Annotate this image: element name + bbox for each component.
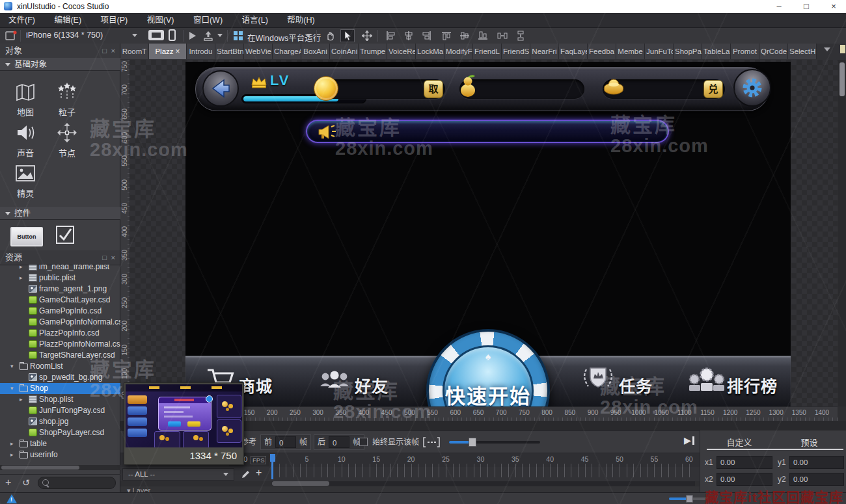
tab-FaqLaye[interactable]: FaqLaye [559, 44, 588, 59]
tab-TableLa[interactable]: TableLa [702, 44, 731, 59]
collapse-arrow-icon[interactable]: ▾ [10, 361, 14, 372]
always-show-checkbox[interactable] [359, 438, 368, 446]
add-resource-button[interactable]: + [5, 477, 11, 488]
align-center-horizontal-icon[interactable] [403, 31, 414, 41]
playhead[interactable] [270, 454, 275, 462]
tab-FriendS[interactable]: FriendS [502, 44, 530, 59]
layer-filter-dropdown[interactable]: -- ALL -- [122, 468, 234, 481]
tab-NearFri[interactable]: NearFri [530, 44, 559, 59]
portrait-orientation-button[interactable] [169, 29, 176, 41]
close-panel-icon[interactable]: × [111, 250, 115, 265]
run-target-selector[interactable]: 在Windows平台运行 [247, 31, 321, 44]
tab-SelectH[interactable]: SelectH [788, 44, 817, 59]
tree-item-GamePopInfo.csd[interactable]: GamePopInfo.csd [0, 306, 120, 317]
tab-ModifyF[interactable]: ModifyF [444, 44, 473, 59]
tree-item-im_head_frame.plist[interactable]: ▸im_head_frame.plist [0, 265, 120, 272]
settings-button[interactable] [733, 69, 771, 107]
maximize-button[interactable]: □ [795, 0, 817, 13]
status-zoom-slider[interactable] [669, 497, 709, 500]
expand-arrow-icon[interactable]: ▸ [20, 394, 23, 405]
stage[interactable]: LV 取 兑 [185, 62, 791, 406]
timeline-hscrollbar[interactable] [272, 481, 695, 486]
tree-item-Shop.plist[interactable]: ▸Shop.plist [0, 394, 120, 405]
warning-icon[interactable] [7, 494, 17, 503]
tab-QrCode[interactable]: QrCode [759, 44, 788, 59]
play-preview-icon[interactable] [189, 32, 196, 40]
tab-Feedba[interactable]: Feedba [588, 44, 616, 59]
align-middle-vertical-icon[interactable] [459, 31, 470, 41]
field-y2-input[interactable]: 0.00 [789, 473, 844, 486]
claim-button[interactable]: 取 [424, 80, 443, 98]
timeline-ticks[interactable] [272, 467, 695, 477]
control-button-widget[interactable]: Button [10, 227, 43, 246]
tab-JunFuTo[interactable]: JunFuTo [645, 44, 674, 59]
control-checkbox-widget[interactable] [56, 226, 74, 244]
friends-label[interactable]: 好友 [355, 373, 389, 397]
field-x2-input[interactable]: 0.00 [716, 473, 772, 486]
after-frames-input[interactable]: 0 [329, 436, 349, 448]
zoom-timeline-slider[interactable] [449, 441, 540, 444]
canvas-viewport[interactable]: LV 取 兑 [130, 60, 838, 406]
device-selector[interactable]: iPhone 6(1334 * 750) [26, 31, 103, 40]
tree-item-frame_agent_1.png[interactable]: frame_agent_1.png [0, 284, 120, 295]
tree-item-shop.jpg[interactable]: shop.jpg [0, 416, 120, 427]
status-slider-thumb[interactable] [686, 495, 693, 503]
game-top-bar[interactable]: LV 取 兑 [195, 67, 769, 111]
align-bottom-icon[interactable] [478, 31, 488, 41]
object-sound[interactable]: 声音 [5, 122, 46, 159]
tab-Promot[interactable]: Promot [731, 44, 759, 59]
tab-overflow-icon[interactable] [824, 47, 830, 51]
slider-thumb[interactable] [469, 438, 476, 447]
tree-item-TargetShareLayer.csd[interactable]: TargetShareLayer.csd [0, 350, 120, 361]
close-button[interactable]: × [823, 0, 845, 13]
canvas-vscrollbar[interactable] [838, 60, 846, 406]
add-animation-button[interactable]: + [256, 467, 262, 479]
tab-ChargeA[interactable]: ChargeA [273, 44, 301, 59]
play-animation-button[interactable]: ▶ [684, 435, 694, 445]
expand-arrow-icon[interactable]: ▸ [10, 449, 14, 460]
tab-LockMa[interactable]: LockMa [416, 44, 444, 59]
publish-arrow-icon[interactable] [217, 34, 223, 37]
ranking-podium-icon[interactable] [688, 367, 726, 393]
device-selector-arrow-icon[interactable] [132, 34, 137, 37]
menu-view[interactable]: 视图(V) [139, 13, 183, 27]
ranking-label[interactable]: 排行榜 [727, 373, 778, 397]
tree-item-GameChatLayer.csd[interactable]: GameChatLayer.csd [0, 295, 120, 306]
tree-item-userinfo[interactable]: ▸userinfo [0, 449, 120, 460]
tab-VoiceRe[interactable]: VoiceRe [387, 44, 416, 59]
menu-language[interactable]: 语言(L) [234, 13, 277, 27]
back-button[interactable] [202, 70, 239, 107]
tab-RoomT[interactable]: RoomT [120, 44, 149, 59]
tab-close-icon[interactable]: × [176, 44, 180, 59]
align-right-icon[interactable] [422, 31, 432, 41]
tree-item-table[interactable]: ▸table [0, 438, 120, 449]
publish-project-icon[interactable] [5, 31, 17, 41]
minimize-button[interactable]: – [768, 0, 790, 13]
tree-item-public.plist[interactable]: ▸public.plist [0, 272, 120, 284]
expand-arrow-icon[interactable]: ▸ [20, 272, 23, 284]
tree-item-PlazzPopInfoNormal.csd[interactable]: PlazzPopInfoNormal.csd [0, 339, 120, 350]
object-node[interactable]: 节点 [47, 122, 87, 159]
tab-Plazz[interactable]: Plazz× [149, 44, 187, 59]
tree-item-JunFuTongPay.csd[interactable]: JunFuTongPay.csd [0, 405, 120, 416]
publish-icon[interactable] [203, 31, 213, 41]
landscape-orientation-button[interactable] [148, 30, 164, 40]
refresh-icon[interactable]: ↺ [22, 477, 30, 488]
tab-WebVie[interactable]: WebVie [244, 44, 273, 59]
always-show-label[interactable]: 始终显示该帧 [372, 434, 419, 450]
resource-search-input[interactable] [38, 477, 116, 489]
object-map[interactable]: 地图 [5, 81, 46, 118]
menu-edit[interactable]: 编辑(E) [46, 13, 90, 27]
scene-preview-window[interactable]: 1334 * 750 [124, 382, 244, 465]
collapse-arrow-icon[interactable]: ▾ [10, 383, 14, 394]
object-particle[interactable]: 粒子 [47, 81, 87, 118]
expand-arrow-icon[interactable]: ▸ [20, 265, 23, 272]
object-sprite[interactable]: 精灵 [5, 163, 46, 199]
tree-item-Shop[interactable]: ▾Shop [0, 383, 120, 394]
tree-item-PlazzPopInfo.csd[interactable]: PlazzPopInfo.csd [0, 328, 120, 339]
distribute-vertical-icon[interactable] [515, 31, 526, 41]
tab-StartBtn[interactable]: StartBtn [215, 44, 244, 59]
expand-arrow-icon[interactable]: ▸ [10, 438, 14, 449]
before-frames-input[interactable]: 0 [275, 436, 296, 448]
menu-window[interactable]: 窗口(W) [185, 13, 231, 27]
